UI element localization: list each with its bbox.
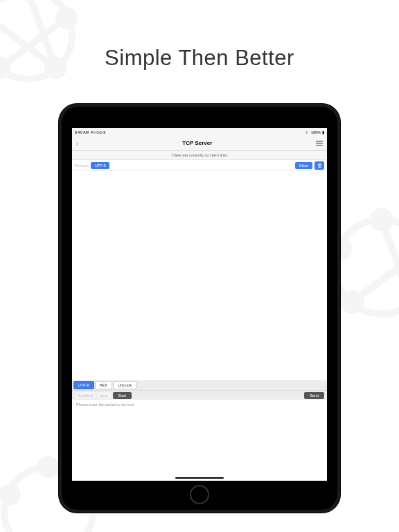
trash-icon[interactable]: 🗑 <box>314 161 324 170</box>
tab-utf8[interactable]: UTF-8 <box>73 381 94 389</box>
nav-bar: ‹ TCP Server <box>72 136 327 151</box>
receive-area <box>72 171 327 380</box>
home-indicator <box>175 477 224 479</box>
home-button[interactable] <box>190 485 209 504</box>
page-headline: Simple Then Better <box>0 46 399 71</box>
start-button[interactable]: Start <box>113 392 132 399</box>
list-icon[interactable] <box>316 140 323 147</box>
client-status-bar: There are currently no client links <box>72 151 327 160</box>
battery-icon: ▮ <box>322 130 324 134</box>
receive-toolbar: Receive UTF-8 Clear 🗑 <box>72 160 327 171</box>
svg-line-15 <box>382 220 399 302</box>
tab-unicode[interactable]: Unicode <box>113 381 136 389</box>
receive-encoding-button[interactable]: UTF-8 <box>91 162 110 169</box>
json-chip[interactable]: Json <box>98 392 111 398</box>
battery-percent: 100% <box>311 130 321 134</box>
clear-button[interactable]: Clear <box>295 162 312 169</box>
network-bg-icon <box>0 0 83 90</box>
receive-label: Receive <box>75 163 89 168</box>
status-time: 8:40 AM <box>75 130 89 134</box>
svg-point-22 <box>2 487 17 502</box>
status-bar: 8:40 AM Fri Oct 9 ᯤ 100% ▮ <box>72 128 327 136</box>
packet-input[interactable]: Please enter the packet to be sent <box>72 400 327 409</box>
send-button[interactable]: Send <box>304 392 324 399</box>
app-screen: 8:40 AM Fri Oct 9 ᯤ 100% ▮ ‹ TCP Server … <box>72 128 327 481</box>
tab-hex[interactable]: HEX <box>95 381 112 389</box>
svg-point-18 <box>41 459 56 475</box>
back-button[interactable]: ‹ <box>76 139 79 148</box>
tablet-frame: 8:40 AM Fri Oct 9 ᯤ 100% ▮ ‹ TCP Server … <box>59 104 340 513</box>
send-toolbar: AutoSend Json Start Send <box>72 390 327 400</box>
autosend-chip[interactable]: AutoSend <box>75 392 96 398</box>
wifi-icon: ᯤ <box>305 130 310 134</box>
screen-title: TCP Server <box>182 140 212 146</box>
encoding-tabs: UTF-8 HEX Unicode <box>72 380 327 390</box>
status-date: Fri Oct 9 <box>91 130 105 134</box>
